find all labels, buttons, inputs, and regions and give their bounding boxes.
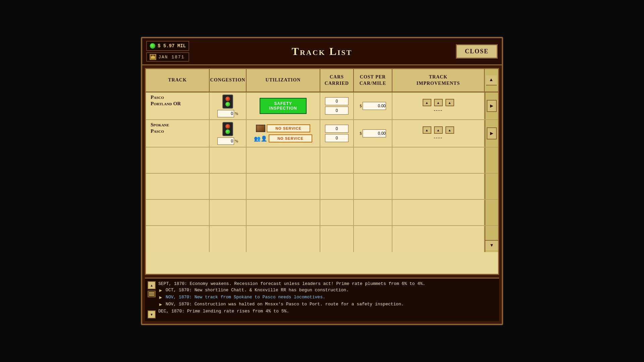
news-arrow-icon-3: ► xyxy=(158,302,163,307)
date-text: JAN 1871 xyxy=(158,55,184,60)
news-scroll-down-btn[interactable]: ▼ xyxy=(148,310,156,318)
track-to-2: Pasco xyxy=(151,128,164,134)
empty-scroll xyxy=(485,174,498,199)
congestion-input[interactable] xyxy=(217,110,234,117)
track-name-cell-2: Spokane Pasco xyxy=(146,120,210,147)
utilization-cell: SAFETYINSPECTION xyxy=(247,93,320,119)
cost-input[interactable] xyxy=(363,102,386,110)
news-text-2: NOV, 1870: New track from Spokane to Pas… xyxy=(166,295,325,300)
col-header-congestion: CONGESTION xyxy=(210,69,247,92)
empty-td xyxy=(392,147,485,173)
empty-td xyxy=(392,174,485,199)
line-icon xyxy=(149,292,154,293)
svg-rect-1 xyxy=(151,56,155,59)
row-scroll-cell: ► xyxy=(485,93,498,119)
congestion-input-2[interactable] xyxy=(217,137,234,145)
row-right-btn[interactable]: ► xyxy=(487,100,497,112)
imp-row-bot: ---- xyxy=(434,108,443,113)
empty-scroll: ▼ xyxy=(485,226,498,252)
date-display: JAN 1871 xyxy=(146,52,189,62)
cars-input-1[interactable] xyxy=(325,97,348,105)
track-from: Pasco xyxy=(151,95,164,100)
congestion-cell-2: % xyxy=(210,120,247,147)
pct-row: % xyxy=(217,110,238,117)
empty-td xyxy=(247,200,320,225)
close-button[interactable]: CLOSE xyxy=(456,44,498,59)
util-cargo-row: NO SERVICE xyxy=(256,124,310,132)
cost-input-2[interactable] xyxy=(363,129,386,137)
cars-cell xyxy=(320,93,354,119)
safety-inspection-button[interactable]: SAFETYINSPECTION xyxy=(260,98,307,114)
cars-input-4[interactable] xyxy=(325,134,348,142)
track-to: Portland OR xyxy=(151,101,181,107)
no-service-btn-people[interactable]: NO SERVICE xyxy=(269,134,312,142)
empty-row-1 xyxy=(146,147,498,174)
row-scroll-cell-2: ► xyxy=(485,120,498,147)
imp-up-btn-5[interactable]: ▲ xyxy=(434,126,443,134)
news-text-4: DEC, 1870: Prime lending rate rises from… xyxy=(158,309,289,314)
cars-input-3[interactable] xyxy=(325,125,348,133)
empty-td xyxy=(354,174,392,199)
improvements-cell-2: ▲ ▲ ▲ ---- xyxy=(392,120,485,147)
scroll-up-btn[interactable]: ▲ xyxy=(486,75,497,85)
green-light xyxy=(225,102,230,107)
imp-up-btn-3[interactable]: ▲ xyxy=(445,99,454,106)
improvements-cell: ▲ ▲ ▲ ---- xyxy=(392,93,485,119)
imp-dash: ---- xyxy=(434,108,443,113)
scroll-down-btn[interactable]: ▼ xyxy=(485,240,498,250)
people-icon: 👥👤 xyxy=(254,135,267,142)
imp-up-btn-2[interactable]: ▲ xyxy=(434,99,443,106)
main-window: $ 5.97 MIL JAN 1871 Track List CLOSE xyxy=(141,37,503,325)
cars-cell-2 xyxy=(320,120,354,147)
svg-rect-2 xyxy=(151,55,152,56)
news-text-3: NOV, 1870: Construction was halted on Mn… xyxy=(166,302,404,307)
news-scroll-up-btn[interactable]: ▲ xyxy=(148,281,156,289)
header-left: $ 5.97 MIL JAN 1871 xyxy=(146,41,189,62)
status-circle-icon xyxy=(150,43,156,49)
imp-up-btn-6[interactable]: ▲ xyxy=(445,126,454,134)
traffic-light-2 xyxy=(222,122,233,136)
congestion-cell: % xyxy=(210,93,247,119)
empty-td xyxy=(247,226,320,252)
track-name-cell: Pasco Portland OR xyxy=(146,93,210,119)
empty-td xyxy=(146,226,210,252)
pct-sign: % xyxy=(235,111,238,116)
col-header-cost: COST PERCAR/MILE xyxy=(354,69,392,92)
empty-scroll xyxy=(485,147,498,173)
util-people-row: 👥👤 NO SERVICE xyxy=(254,134,312,142)
line-icon xyxy=(149,294,154,294)
empty-td xyxy=(146,174,210,199)
news-panel: ▲ ▼ SEPT, 1870: Economy weakens. Recessi… xyxy=(145,278,499,321)
empty-td xyxy=(392,226,485,252)
empty-scroll xyxy=(485,200,498,225)
empty-td xyxy=(210,147,247,173)
imp-up-btn-1[interactable]: ▲ xyxy=(423,99,431,106)
imp-up-btn-4[interactable]: ▲ xyxy=(423,126,431,134)
no-service-btn-cargo[interactable]: NO SERVICE xyxy=(267,124,310,132)
col-header-utilization: UTILIZATION xyxy=(247,69,320,92)
empty-td xyxy=(320,174,354,199)
track-from-2: Spokane xyxy=(151,122,169,128)
green-light-2 xyxy=(225,129,230,134)
line-icon xyxy=(149,295,154,296)
table-row: Spokane Pasco % xyxy=(146,120,498,147)
money-amount: $ 5.97 MIL xyxy=(158,43,186,49)
empty-td xyxy=(392,200,485,225)
calendar-icon xyxy=(150,54,156,60)
news-item-2: ► NOV, 1870: New track from Spokane to P… xyxy=(158,295,496,300)
util-inner: NO SERVICE 👥👤 NO SERVICE xyxy=(254,124,312,142)
col-header-improvements: TRACKIMPROVEMENTS xyxy=(392,69,485,92)
row-right-btn-2[interactable]: ► xyxy=(487,127,497,139)
news-item-1: ► OCT, 1870: New shortline Chatt. & Knox… xyxy=(158,288,496,293)
news-item-0: SEPT, 1870: Economy weakens. Recession f… xyxy=(158,281,496,286)
pct-sign-2: % xyxy=(235,139,238,144)
empty-td xyxy=(354,200,392,225)
cars-input-2[interactable] xyxy=(325,107,348,115)
empty-td xyxy=(210,200,247,225)
empty-td xyxy=(247,174,320,199)
empty-row-4: ▼ xyxy=(146,226,498,252)
empty-td xyxy=(146,200,210,225)
dollar-sign-2: $ xyxy=(360,131,362,136)
empty-row-2 xyxy=(146,174,498,200)
news-lines-btn[interactable] xyxy=(148,291,156,297)
